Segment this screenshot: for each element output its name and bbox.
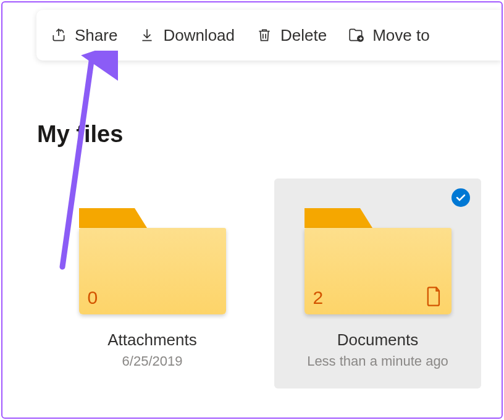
folder-name: Attachments	[107, 330, 197, 350]
app-frame: Share Download Delete	[1, 1, 503, 419]
folder-tile-attachments[interactable]: 0 Attachments 6/25/2019	[49, 178, 256, 388]
selected-check-icon	[452, 188, 470, 207]
page-title: My files	[37, 121, 123, 148]
folder-icon: 0	[79, 208, 226, 314]
file-icon	[426, 286, 443, 307]
download-icon	[138, 27, 156, 44]
move-to-button[interactable]: Move to	[348, 26, 430, 45]
move-to-label: Move to	[372, 26, 430, 45]
download-button[interactable]: Download	[138, 26, 235, 45]
folder-grid: 0 Attachments 6/25/2019 2	[49, 178, 481, 388]
folder-item-count: 2	[313, 287, 324, 308]
folder-icon: 2	[304, 208, 452, 314]
download-label: Download	[163, 26, 235, 45]
context-toolbar: Share Download Delete	[36, 10, 502, 61]
folder-name: Documents	[337, 330, 419, 350]
share-label: Share	[75, 26, 117, 45]
folder-item-count: 0	[88, 287, 98, 308]
trash-icon	[256, 27, 273, 44]
delete-label: Delete	[280, 26, 327, 45]
move-to-icon	[348, 27, 365, 44]
folder-meta: Less than a minute ago	[307, 353, 448, 369]
folder-tile-documents[interactable]: 2 Documents Less than a minute ago	[274, 178, 481, 388]
share-icon	[50, 27, 67, 44]
delete-button[interactable]: Delete	[256, 26, 327, 45]
share-button[interactable]: Share	[50, 26, 117, 45]
folder-meta: 6/25/2019	[122, 353, 183, 369]
